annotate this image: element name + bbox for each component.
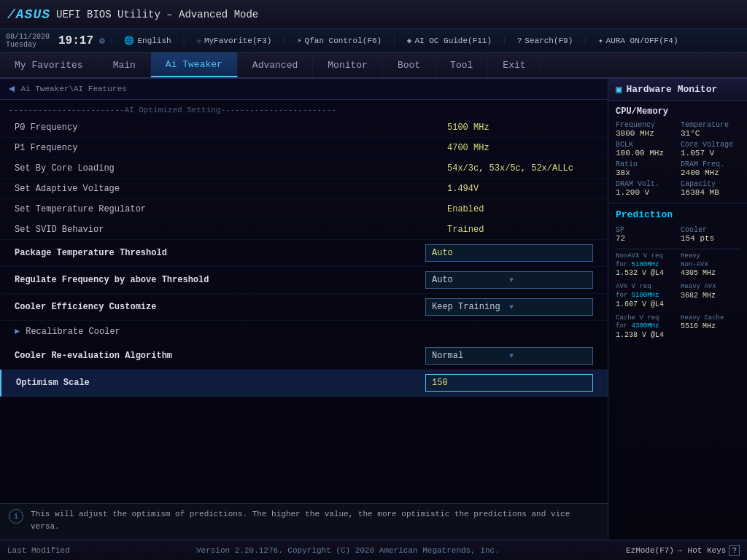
pred-nonavx-freq: Heavy Non-AVX 4305 MHz bbox=[681, 252, 740, 277]
nav-boot[interactable]: Boot bbox=[383, 52, 436, 77]
toolbar-aioc[interactable]: ◈ AI OC Guide(F11) bbox=[401, 34, 498, 47]
nav-my-favorites[interactable]: My Favorites bbox=[0, 52, 98, 77]
ez-mode-btn[interactable]: EzMode(F7) → bbox=[626, 546, 682, 555]
toolbar: 08/11/2020 Tuesday 19:17 ⚙ | 🌐 English |… bbox=[0, 29, 747, 52]
breadcrumb: ◄ Ai Tweaker\AI Features bbox=[0, 79, 608, 100]
toolbar-search[interactable]: ? Search(F9) bbox=[511, 35, 579, 47]
aura-icon: ✦ bbox=[598, 36, 603, 45]
setting-row-temp-regulator: Set Temperature Regulator Enabled bbox=[0, 199, 608, 219]
nav-tool[interactable]: Tool bbox=[436, 52, 488, 77]
pred-cooler: Cooler 154 pts bbox=[681, 226, 740, 243]
toolbar-clock: 19:17 bbox=[58, 34, 93, 47]
expand-arrow-icon: ► bbox=[15, 327, 20, 337]
setting-row-p0-freq: P0 Frequency 5100 MHz bbox=[0, 117, 608, 138]
settings-gear-icon[interactable]: ⚙ bbox=[99, 35, 105, 47]
hw-core-voltage: Core Voltage 1.057 V bbox=[681, 141, 740, 158]
toolbar-datetime: 08/11/2020 Tuesday bbox=[6, 33, 50, 49]
nav-main[interactable]: Main bbox=[98, 52, 151, 77]
adaptive-volt-value: 1.494V bbox=[447, 184, 593, 194]
hw-dram-volt: DRAM Volt. 1.200 V bbox=[616, 180, 675, 197]
footer: Last Modified Version 2.20.1276. Copyrig… bbox=[0, 540, 747, 560]
chevron-down-icon-3: ▼ bbox=[509, 352, 587, 360]
last-modified-btn: Last Modified bbox=[7, 546, 70, 555]
hw-monitor-header: ▣ Hardware Monitor bbox=[608, 79, 747, 101]
nav-ai-tweaker[interactable]: Ai Tweaker bbox=[151, 52, 238, 77]
language-icon: 🌐 bbox=[124, 36, 134, 45]
nav-exit[interactable]: Exit bbox=[488, 52, 541, 77]
prediction-sp-cooler: SP 72 Cooler 154 pts bbox=[616, 226, 740, 243]
hot-keys-btn[interactable]: Hot Keys ? bbox=[688, 545, 740, 556]
qfan-icon: ⚡ bbox=[297, 36, 302, 45]
setting-row-cooler-efficiency: Cooler Efficiency Customize Keep Trainin… bbox=[0, 294, 608, 321]
hotkeys-key-icon: ? bbox=[729, 545, 740, 556]
svid-label: Set SVID Behavior bbox=[15, 225, 447, 235]
bios-title: UEFI BIOS Utility – Advanced Mode bbox=[56, 9, 258, 20]
pred-avx-row: AVX V req for 5100MHz 1.607 V @L4 Heavy … bbox=[616, 283, 740, 311]
pred-avx-volt: AVX V req for 5100MHz 1.607 V @L4 bbox=[616, 283, 675, 308]
nav-monitor[interactable]: Monitor bbox=[313, 52, 383, 77]
pred-avx-freq: Heavy AVX 3682 MHz bbox=[681, 283, 740, 308]
recalibrate-label: Recalibrate Cooler bbox=[26, 327, 120, 337]
pred-sp: SP 72 bbox=[616, 226, 675, 243]
asus-logo: /ASUS bbox=[7, 7, 50, 22]
asus-logo-text: /ASUS bbox=[7, 7, 50, 22]
p1-freq-label: P1 Frequency bbox=[15, 143, 447, 153]
hw-ratio: Ratio 38x bbox=[616, 160, 675, 177]
core-loading-label: Set By Core Loading bbox=[15, 163, 447, 174]
cooler-efficiency-label: Cooler Efficiency Customize bbox=[15, 302, 425, 312]
temp-regulator-value: Enabled bbox=[447, 204, 593, 214]
chevron-down-icon-2: ▼ bbox=[509, 303, 587, 311]
pred-cache-volt: Cache V req for 4300MHz 1.238 V @L4 bbox=[616, 314, 675, 339]
footer-right: EzMode(F7) → Hot Keys ? bbox=[626, 545, 740, 556]
arrow-right-icon: → bbox=[677, 546, 682, 555]
hw-dram-freq: DRAM Freq. 2400 MHz bbox=[681, 160, 740, 177]
star-icon: ☆ bbox=[196, 36, 201, 45]
cooler-algo-dropdown[interactable]: Normal ▼ bbox=[425, 347, 593, 365]
pred-cache-freq: Heavy Cache 5516 MHz bbox=[681, 314, 740, 339]
p0-freq-label: P0 Frequency bbox=[15, 122, 447, 133]
toolbar-language[interactable]: 🌐 English bbox=[118, 34, 177, 47]
ai-divider: ------------------------AI Optimized Set… bbox=[0, 103, 608, 117]
info-icon: i bbox=[9, 509, 23, 524]
back-arrow-icon[interactable]: ◄ bbox=[9, 83, 15, 95]
pred-divider bbox=[616, 249, 740, 249]
cpu-memory-section: CPU/Memory Frequency 3800 MHz Temperatur… bbox=[608, 101, 747, 203]
optimism-scale-label: Optimism Scale bbox=[16, 378, 425, 388]
tooltip-bar: i This will adjust the optimism of predi… bbox=[0, 503, 608, 540]
toolbar-qfan[interactable]: ⚡ Qfan Control(F6) bbox=[291, 34, 387, 47]
prediction-title: Prediction bbox=[616, 209, 740, 220]
prediction-section: Prediction SP 72 Cooler 154 pts bbox=[608, 203, 747, 540]
hw-monitor-title: Hardware Monitor bbox=[626, 84, 717, 95]
pkg-temp-label: Package Temperature Threshold bbox=[15, 248, 425, 258]
regulate-freq-dropdown[interactable]: Auto ▼ bbox=[425, 271, 593, 289]
tooltip-text: This will adjust the optimism of predict… bbox=[31, 508, 599, 532]
hw-capacity: Capacity 16384 MB bbox=[681, 180, 740, 197]
p1-freq-value: 4700 MHz bbox=[447, 143, 593, 153]
toolbar-myfavorite[interactable]: ☆ MyFavorite(F3) bbox=[190, 34, 277, 47]
setting-row-pkg-temp: Package Temperature Threshold Auto bbox=[0, 240, 608, 267]
setting-row-p1-freq: P1 Frequency 4700 MHz bbox=[0, 138, 608, 158]
settings-area: ------------------------AI Optimized Set… bbox=[0, 100, 608, 503]
toolbar-aura[interactable]: ✦ AURA ON/OFF(F4) bbox=[592, 34, 684, 47]
recalibrate-cooler-row[interactable]: ► Recalibrate Cooler bbox=[0, 321, 608, 343]
hw-temperature: Temperature 31°C bbox=[681, 121, 740, 138]
optimism-scale-input[interactable]: 150 bbox=[425, 374, 593, 392]
pkg-temp-input[interactable]: Auto bbox=[425, 244, 593, 262]
pred-nonavx-row: NonAVX V req for 5100MHz 1.532 V @L4 Hea… bbox=[616, 252, 740, 280]
cpu-memory-grid: Frequency 3800 MHz Temperature 31°C BCLK… bbox=[616, 121, 740, 197]
setting-row-regulate-freq: Regulate Frequency by above Threshold Au… bbox=[0, 267, 608, 294]
svid-value: Trained bbox=[447, 225, 593, 235]
setting-row-adaptive-volt: Set Adaptive Voltage 1.494V bbox=[0, 179, 608, 199]
cooler-efficiency-dropdown[interactable]: Keep Training ▼ bbox=[425, 298, 593, 316]
setting-row-cooler-algo: Cooler Re-evaluation Algorithm Normal ▼ bbox=[0, 343, 608, 370]
footer-version: Version 2.20.1276. Copyright (C) 2020 Am… bbox=[70, 546, 626, 555]
hw-frequency: Frequency 3800 MHz bbox=[616, 121, 675, 138]
setting-row-optimism-scale[interactable]: Optimism Scale 150 bbox=[0, 370, 608, 397]
monitor-icon: ▣ bbox=[616, 83, 622, 96]
core-loading-value: 54x/3c, 53x/5c, 52x/ALLc bbox=[447, 163, 593, 174]
cooler-algo-label: Cooler Re-evaluation Algorithm bbox=[15, 351, 425, 361]
nav-advanced[interactable]: Advanced bbox=[238, 52, 313, 77]
pred-cache-row: Cache V req for 4300MHz 1.238 V @L4 Heav… bbox=[616, 314, 740, 342]
left-panel: ◄ Ai Tweaker\AI Features ---------------… bbox=[0, 79, 608, 540]
adaptive-volt-label: Set Adaptive Voltage bbox=[15, 184, 447, 194]
